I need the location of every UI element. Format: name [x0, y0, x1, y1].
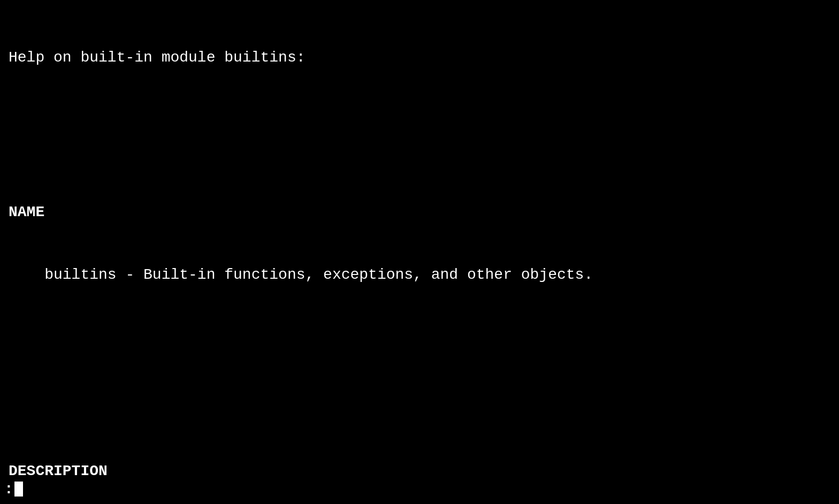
name-label: NAME [9, 202, 830, 223]
prompt-line: : [0, 479, 23, 500]
description-label: DESCRIPTION [9, 461, 830, 482]
header-line: Help on built-in module builtins: [9, 47, 830, 68]
cursor [14, 482, 23, 497]
description-section: DESCRIPTION Noteworthy: None is the `nil… [9, 419, 830, 504]
name-content: builtins - Built-in functions, exception… [9, 264, 830, 285]
name-section: NAME builtins - Built-in functions, exce… [9, 159, 830, 327]
terminal-output: Help on built-in module builtins: NAME b… [9, 5, 830, 504]
prompt-symbol: : [4, 479, 13, 500]
